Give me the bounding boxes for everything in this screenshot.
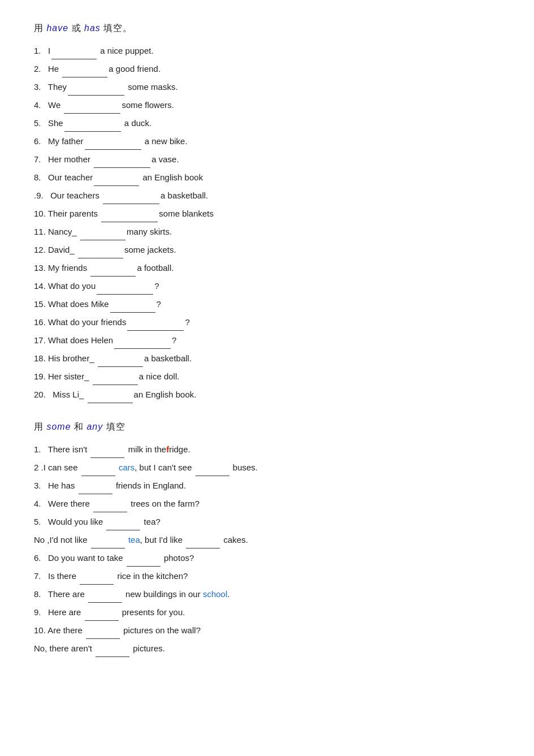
list-item: 10. Their parents some blankets <box>34 205 500 222</box>
list-item: 8. There are new buildings in our school… <box>34 586 500 603</box>
section2: 用 some 和 any 填空 1. There isn't milk in t… <box>34 421 500 657</box>
list-item: 1. There isn't milk in thefridge. <box>34 441 500 458</box>
list-item: 13. My friends a football. <box>34 260 500 277</box>
list-item: 16. What do your friends? <box>34 314 500 331</box>
list-item: 14. What do you? <box>34 278 500 295</box>
section1: 用 have 或 has 填空。 1. I a nice puppet. 2. … <box>34 23 500 403</box>
list-item: 3. He has friends in England. <box>34 477 500 494</box>
list-item: .9. Our teachers a basketball. <box>34 187 500 204</box>
list-item: 20. Miss Li_ an English book. <box>34 386 500 403</box>
list-item: 17. What does Helen? <box>34 332 500 349</box>
list-item: 7. Is there rice in the kitchen? <box>34 568 500 585</box>
section2-title: 用 some 和 any 填空 <box>34 421 500 433</box>
list-item: 9. Here are presents for you. <box>34 604 500 621</box>
list-item: 18. His brother_ a basketball. <box>34 350 500 367</box>
section1-title: 用 have 或 has 填空。 <box>34 23 500 34</box>
list-item: 11. Nancy_ many skirts. <box>34 223 500 240</box>
list-item: 8. Our teacher an English book <box>34 169 500 186</box>
list-item: 7. Her mother a vase. <box>34 151 500 168</box>
list-item: 2. He a good friend. <box>34 61 500 77</box>
list-item: 12. David_ some jackets. <box>34 241 500 258</box>
list-item: No ,I'd not like tea, but I'd like cakes… <box>34 532 500 548</box>
list-item: 19. Her sister_ a nice doll. <box>34 368 500 385</box>
section1-list: 1. I a nice puppet. 2. He a good friend.… <box>34 42 500 403</box>
list-item: 5. Would you like tea? <box>34 513 500 530</box>
list-item: 5. She a duck. <box>34 115 500 132</box>
list-item: 10. Are there pictures on the wall? <box>34 622 500 639</box>
list-item: 6. My father a new bike. <box>34 133 500 150</box>
list-item: 4. Were there trees on the farm? <box>34 495 500 512</box>
section2-list: 1. There isn't milk in thefridge. 2 .I c… <box>34 441 500 657</box>
list-item: 6. Do you want to take photos? <box>34 550 500 567</box>
list-item: 2 .I can see cars, but I can't see buses… <box>34 459 500 476</box>
list-item: 3. They some masks. <box>34 79 500 96</box>
list-item: No, there aren't pictures. <box>34 640 500 657</box>
list-item: 1. I a nice puppet. <box>34 42 500 59</box>
list-item: 15. What does Mike? <box>34 296 500 313</box>
list-item: 4. We some flowers. <box>34 97 500 114</box>
